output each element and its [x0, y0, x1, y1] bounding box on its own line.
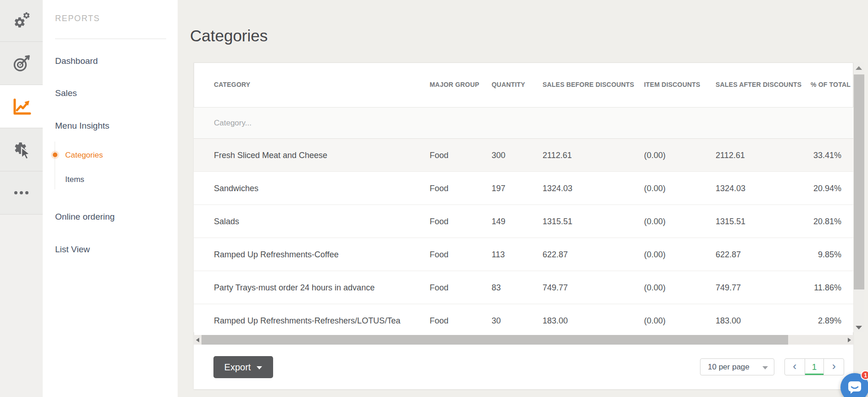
column-header-major-group[interactable]: MAJOR GROUP: [430, 62, 479, 107]
export-button[interactable]: Export: [213, 356, 273, 378]
table-body: Fresh Sliced Meat and Cheese Food 300 21…: [194, 139, 853, 332]
column-header-pct-of-total[interactable]: % OF TOTAL: [811, 62, 851, 107]
cell-sales-before: 2112.61: [543, 150, 572, 160]
chart-icon: [11, 97, 32, 116]
cell-sales-before: 749.77: [543, 283, 568, 292]
cell-item-discounts: (0.00): [644, 183, 666, 193]
per-page-label: 10 per page: [700, 363, 750, 372]
cell-major-group: Food: [430, 250, 448, 259]
reports-sidebar: REPORTS Dashboard Sales Menu Insights Ca…: [43, 0, 178, 397]
cell-sales-after: 2112.61: [716, 150, 745, 160]
horizontal-scrollbar[interactable]: [194, 335, 853, 345]
rail-item-more[interactable]: [0, 171, 43, 215]
cell-category: Salads: [214, 216, 239, 226]
cell-sales-before: 1324.03: [543, 183, 572, 193]
active-bullet: [53, 153, 57, 157]
chevron-down-icon: [257, 366, 262, 369]
cell-major-group: Food: [430, 183, 448, 193]
table-row: Ramped Up Refreshments-Coffee Food 113 6…: [194, 238, 853, 271]
current-page-button[interactable]: 1: [805, 359, 824, 375]
cell-pct-total: 9.85%: [818, 250, 841, 259]
table-footer: Export 10 per page ‹ 1 ›: [194, 345, 853, 389]
cell-category: Party Trays-must order 24 hours in advan…: [214, 283, 375, 292]
scroll-right-arrow-icon[interactable]: [848, 338, 851, 342]
cell-sales-after: 1324.03: [716, 183, 745, 193]
page-title: Categories: [190, 27, 268, 45]
table-filter-row: [194, 107, 853, 139]
chevron-down-icon: [762, 366, 768, 369]
sidebar-item-menu-insights[interactable]: Menu Insights: [55, 120, 109, 131]
categories-report-card: CATEGORY MAJOR GROUP QUANTITY SALES BEFO…: [194, 62, 853, 389]
cell-quantity: 197: [492, 183, 505, 193]
cell-sales-before: 183.00: [543, 316, 568, 325]
sidebar-item-categories[interactable]: Categories: [65, 150, 103, 161]
sidebar-item-items[interactable]: Items: [65, 174, 84, 185]
rail-item-reports[interactable]: [0, 85, 43, 128]
rail-item-automation[interactable]: [0, 128, 43, 171]
cell-sales-before: 622.87: [543, 250, 568, 259]
pagination: ‹ 1 ›: [784, 358, 844, 375]
table-header-row: CATEGORY MAJOR GROUP QUANTITY SALES BEFO…: [194, 62, 853, 107]
rail-empty-area: [0, 215, 43, 397]
cell-sales-before: 1315.51: [543, 216, 572, 226]
gears-icon: [11, 11, 32, 31]
ellipsis-icon: [14, 191, 28, 194]
cell-category: Fresh Sliced Meat and Cheese: [214, 150, 327, 160]
cell-sales-after: 622.87: [716, 250, 741, 259]
cell-sales-after: 749.77: [716, 283, 741, 292]
cell-major-group: Food: [430, 316, 448, 325]
sidebar-item-dashboard[interactable]: Dashboard: [55, 56, 98, 67]
cell-category: Ramped Up Refreshments-Coffee: [214, 250, 339, 259]
column-header-quantity[interactable]: QUANTITY: [492, 62, 525, 107]
export-button-label: Export: [224, 362, 251, 373]
vertical-scrollbar-thumb[interactable]: [854, 74, 864, 289]
cell-item-discounts: (0.00): [644, 250, 666, 259]
cell-item-discounts: (0.00): [644, 216, 666, 226]
table-row: Fresh Sliced Meat and Cheese Food 300 21…: [194, 139, 853, 172]
sidebar-item-sales[interactable]: Sales: [55, 88, 77, 99]
cell-item-discounts: (0.00): [644, 150, 666, 160]
cell-quantity: 149: [492, 216, 505, 226]
scroll-left-arrow-icon[interactable]: [196, 338, 199, 342]
scroll-down-arrow-icon[interactable]: [856, 326, 862, 329]
table-row: Salads Food 149 1315.51 (0.00) 1315.51 2…: [194, 205, 853, 238]
prev-page-button[interactable]: ‹: [785, 359, 805, 375]
column-header-category[interactable]: CATEGORY: [214, 62, 250, 107]
cell-quantity: 113: [492, 250, 505, 259]
sidebar-item-online-ordering[interactable]: Online ordering: [55, 211, 115, 222]
sidebar-title: REPORTS: [55, 14, 100, 23]
icon-rail: [0, 0, 43, 397]
cell-major-group: Food: [430, 283, 448, 292]
cell-quantity: 300: [492, 150, 505, 160]
category-filter-input[interactable]: [214, 115, 365, 131]
sidebar-divider: [55, 39, 166, 39]
rail-item-settings[interactable]: [0, 0, 43, 42]
column-header-sales-after-discounts[interactable]: SALES AFTER DISCOUNTS: [716, 62, 801, 107]
cell-category: Ramped Up Refreshments-Refreshers/LOTUS/…: [214, 316, 400, 325]
horizontal-scrollbar-thumb[interactable]: [202, 335, 788, 345]
chat-notification-badge[interactable]: 1: [861, 370, 868, 380]
sidebar-item-list-view[interactable]: List View: [55, 244, 90, 255]
rail-item-marketing[interactable]: [0, 42, 43, 85]
column-header-sales-before-discounts[interactable]: SALES BEFORE DISCOUNTS: [543, 62, 634, 107]
table-row: Ramped Up Refreshments-Refreshers/LOTUS/…: [194, 304, 853, 332]
per-page-dropdown[interactable]: 10 per page: [700, 358, 774, 375]
cell-quantity: 83: [492, 283, 501, 292]
cell-pct-total: 20.81%: [813, 216, 841, 226]
cell-sales-after: 183.00: [716, 316, 741, 325]
column-header-item-discounts[interactable]: ITEM DISCOUNTS: [644, 62, 700, 107]
vertical-scrollbar[interactable]: [854, 62, 864, 332]
table-row: Party Trays-must order 24 hours in advan…: [194, 271, 853, 304]
cell-major-group: Food: [430, 216, 448, 226]
gear-cursor-icon: [11, 140, 32, 160]
scroll-up-arrow-icon[interactable]: [856, 66, 862, 70]
cell-quantity: 30: [492, 316, 501, 325]
cell-major-group: Food: [430, 150, 448, 160]
table-row: Sandwiches Food 197 1324.03 (0.00) 1324.…: [194, 172, 853, 205]
next-page-button[interactable]: ›: [824, 359, 844, 375]
cell-pct-total: 20.94%: [813, 183, 841, 193]
cell-item-discounts: (0.00): [644, 283, 666, 292]
cell-pct-total: 11.86%: [814, 283, 841, 292]
chat-bubble-icon: [846, 379, 863, 396]
subnav-line: [55, 142, 55, 189]
